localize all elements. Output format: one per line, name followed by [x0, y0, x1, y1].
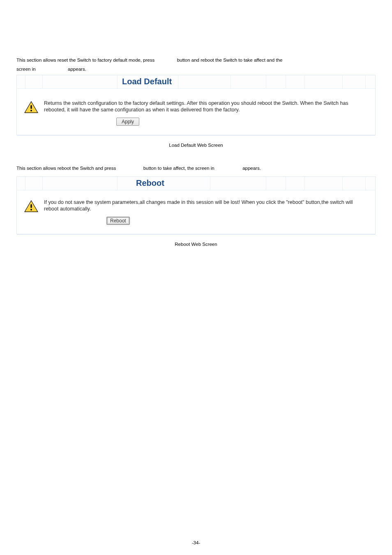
svg-rect-1: [30, 105, 32, 109]
intro1-part4: appears.: [68, 67, 86, 72]
panel-title: Load Default: [122, 77, 172, 86]
panel-header: Load Default: [17, 75, 375, 89]
intro1-part1: This section allows reset the Switch to …: [16, 58, 154, 62]
panel-reboot: Reboot If you do not save the system par…: [16, 176, 376, 234]
intro-reboot: This section allows reboot the Switch an…: [16, 166, 376, 171]
caption-reboot: Reboot Web Screen: [16, 242, 376, 247]
intro2-part1: This section allows reboot the Switch an…: [16, 166, 116, 171]
svg-point-5: [30, 209, 32, 210]
panel-title: Reboot: [136, 178, 164, 188]
panel-header: Reboot: [17, 177, 375, 190]
warning-icon: [24, 200, 38, 213]
caption-load-default: Load Default Web Screen: [16, 143, 376, 148]
intro1-part3: screen in: [16, 67, 36, 72]
intro-load-default: This section allows reset the Switch to …: [16, 58, 376, 72]
intro2-part2: button to take affect, the screen in: [143, 166, 214, 171]
svg-point-2: [30, 110, 32, 111]
panel-load-default: Load Default Returns the switch configur…: [16, 75, 376, 135]
svg-rect-4: [30, 204, 32, 208]
intro1-part2: button and reboot the Switch to take aff…: [177, 58, 283, 62]
reboot-button[interactable]: Reboot: [106, 217, 130, 225]
intro2-part3: appears.: [242, 166, 261, 171]
panel1-message: Returns the switch configuration to the …: [44, 100, 368, 113]
panel2-message: If you do not save the system parameters…: [44, 199, 368, 212]
warning-icon: [24, 101, 38, 113]
apply-button[interactable]: Apply: [116, 118, 139, 126]
